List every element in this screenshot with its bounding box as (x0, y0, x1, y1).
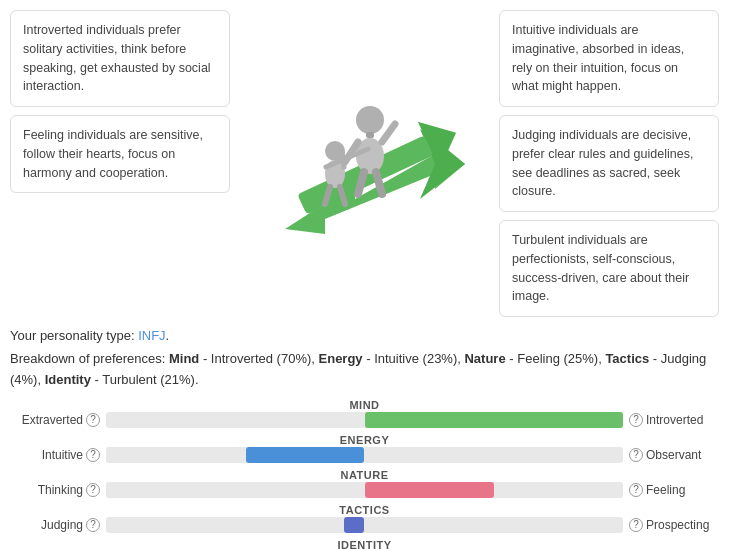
bar-right-label-energy: ?Observant (629, 448, 719, 462)
bar-group-identity: IDENTITYAssertive??Turbulent (10, 539, 719, 550)
bar-fill-nature (365, 482, 494, 498)
bar-group-energy: ENERGYIntuitive??Observant (10, 434, 719, 463)
bar-fill-energy (246, 447, 365, 463)
bar-category-label-identity: IDENTITY (10, 539, 719, 550)
personality-period: . (166, 328, 170, 343)
right-text: Introverted (646, 413, 703, 427)
bar-left-label-mind: Extraverted? (10, 413, 100, 427)
right-cards: Intuitive individuals are imaginative, a… (499, 10, 719, 317)
right-text: Feeling (646, 483, 685, 497)
figure-svg (265, 74, 465, 254)
question-icon-right-tactics[interactable]: ? (629, 518, 643, 532)
left-text: Thinking (38, 483, 83, 497)
bar-left-label-tactics: Judging? (10, 518, 100, 532)
personality-type-line: Your personality type: INFJ. (0, 322, 729, 345)
bar-track-tactics (106, 517, 623, 533)
bar-category-label-energy: ENERGY (10, 434, 719, 446)
bar-category-label-tactics: TACTICS (10, 504, 719, 516)
bars-section: MINDExtraverted??IntrovertedENERGYIntuit… (0, 399, 729, 550)
identity-label: Identity (45, 372, 91, 387)
personality-type-link[interactable]: INFJ (138, 328, 165, 343)
mind-label: Mind (169, 351, 199, 366)
breakdown-text: Breakdown of preferences: Mind - Introve… (0, 345, 729, 399)
bar-track-nature (106, 482, 623, 498)
right-text: Observant (646, 448, 701, 462)
feeling-card: Feeling individuals are sensitive, follo… (10, 115, 230, 193)
tactics-label: Tactics (605, 351, 649, 366)
question-icon-right-nature[interactable]: ? (629, 483, 643, 497)
bar-group-nature: NATUREThinking??Feeling (10, 469, 719, 498)
bar-track-energy (106, 447, 623, 463)
bar-left-label-energy: Intuitive? (10, 448, 100, 462)
judging-desc: Judging individuals are decisive, prefer… (512, 128, 693, 198)
top-section: Introverted individuals prefer solitary … (0, 0, 729, 322)
feeling-desc: Feeling individuals are sensitive, follo… (23, 128, 203, 180)
intuitive-card: Intuitive individuals are imaginative, a… (499, 10, 719, 107)
svg-rect-5 (366, 132, 374, 138)
turbulent-card: Turbulent individuals are perfectionists… (499, 220, 719, 317)
introverted-card: Introverted individuals prefer solitary … (10, 10, 230, 107)
svg-line-8 (382, 124, 395, 142)
question-icon-left-tactics[interactable]: ? (86, 518, 100, 532)
bar-category-label-nature: NATURE (10, 469, 719, 481)
svg-line-14 (342, 151, 344, 167)
energy-label: Energy (319, 351, 363, 366)
turbulent-desc: Turbulent individuals are perfectionists… (512, 233, 689, 303)
left-cards: Introverted individuals prefer solitary … (10, 10, 230, 317)
left-text: Judging (41, 518, 83, 532)
intuitive-desc: Intuitive individuals are imaginative, a… (512, 23, 684, 93)
right-text: Prospecting (646, 518, 709, 532)
bar-right-label-mind: ?Introverted (629, 413, 719, 427)
bar-group-mind: MINDExtraverted??Introverted (10, 399, 719, 428)
svg-point-4 (356, 106, 384, 134)
judging-card: Judging individuals are decisive, prefer… (499, 115, 719, 212)
bar-row-nature: Thinking??Feeling (10, 482, 719, 498)
bar-right-label-tactics: ?Prospecting (629, 518, 719, 532)
center-image (240, 10, 489, 317)
question-icon-right-mind[interactable]: ? (629, 413, 643, 427)
bar-row-tactics: Judging??Prospecting (10, 517, 719, 533)
bar-right-label-nature: ?Feeling (629, 483, 719, 497)
bar-left-label-nature: Thinking? (10, 483, 100, 497)
question-icon-left-mind[interactable]: ? (86, 413, 100, 427)
personality-prefix: Your personality type: (10, 328, 138, 343)
left-text: Intuitive (42, 448, 83, 462)
question-icon-left-nature[interactable]: ? (86, 483, 100, 497)
question-icon-left-energy[interactable]: ? (86, 448, 100, 462)
introverted-desc: Introverted individuals prefer solitary … (23, 23, 211, 93)
nature-label: Nature (464, 351, 505, 366)
bar-track-mind (106, 412, 623, 428)
bar-row-mind: Extraverted??Introverted (10, 412, 719, 428)
bar-category-label-mind: MIND (10, 399, 719, 411)
bar-row-energy: Intuitive??Observant (10, 447, 719, 463)
bar-fill-mind (365, 412, 624, 428)
breakdown-prefix: Breakdown of preferences: (10, 351, 169, 366)
bar-group-tactics: TACTICSJudging??Prospecting (10, 504, 719, 533)
left-text: Extraverted (22, 413, 83, 427)
figure-container (265, 74, 465, 254)
bar-fill-tactics (344, 517, 365, 533)
question-icon-right-energy[interactable]: ? (629, 448, 643, 462)
